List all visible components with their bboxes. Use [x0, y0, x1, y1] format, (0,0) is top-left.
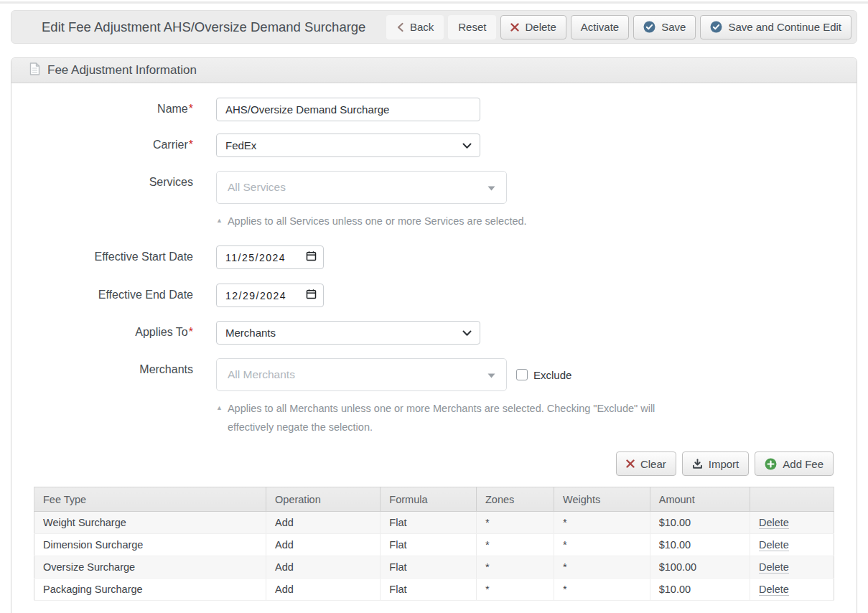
table-row: Packaging Surcharge Add Flat * * $10.00 … [34, 579, 834, 601]
import-button[interactable]: Import [682, 451, 750, 476]
delete-button[interactable]: Delete [500, 15, 566, 39]
applies-to-select[interactable]: Merchants [216, 321, 480, 345]
table-row: Oversize Surcharge Add Flat * * $100.00 … [34, 556, 834, 579]
merchants-multiselect[interactable]: All Merchants [216, 358, 507, 391]
weights-cell: * [554, 556, 650, 579]
chevron-down-icon [462, 139, 472, 151]
weights-cell: * [554, 534, 650, 556]
calendar-icon[interactable] [306, 251, 317, 264]
start-date-input[interactable]: 11/25/2024 [216, 245, 324, 269]
end-date-label: Effective End Date [11, 284, 193, 301]
name-input[interactable] [216, 98, 480, 121]
add-fee-button[interactable]: Add Fee [755, 451, 834, 476]
end-date-value: 12/29/2024 [225, 290, 286, 301]
name-label: Name* [11, 98, 193, 116]
carrier-label: Carrier* [11, 134, 193, 151]
fee-type-cell: Weight Surcharge [34, 512, 266, 534]
form-row-carrier: Carrier* FedEx [11, 134, 857, 157]
exclude-checkbox-group[interactable]: Exclude [516, 369, 571, 381]
formula-cell: Flat [381, 512, 477, 534]
col-operation: Operation [266, 487, 381, 512]
form-row-name: Name* [11, 98, 857, 121]
col-weights: Weights [554, 487, 650, 512]
services-multiselect[interactable]: All Services [216, 171, 507, 204]
table-row: Weight Surcharge Add Flat * * $10.00 Del… [34, 512, 834, 534]
col-zones: Zones [477, 487, 554, 512]
delete-row-link[interactable]: Delete [759, 539, 789, 551]
services-hint: ▲ Applies to all Services unless one or … [216, 212, 527, 230]
clear-label: Clear [640, 458, 666, 470]
carrier-select[interactable]: FedEx [216, 134, 480, 157]
plus-circle-icon [765, 458, 777, 470]
page-title: Edit Fee Adjustment AHS/Oversize Demand … [42, 19, 365, 35]
formula-cell: Flat [381, 579, 477, 601]
weights-cell: * [554, 512, 650, 534]
panel-header: Fee Adjustment Information [11, 58, 857, 83]
x-icon [510, 23, 519, 32]
form-row-start-date: Effective Start Date 11/25/2024 [11, 245, 857, 269]
delete-cell: Delete [750, 556, 834, 579]
operation-cell: Add [266, 556, 381, 579]
zones-cell: * [477, 534, 554, 556]
activate-button[interactable]: Activate [571, 15, 629, 39]
applies-to-label: Applies To* [11, 321, 193, 339]
operation-cell: Add [266, 534, 381, 556]
required-marker: * [189, 103, 193, 115]
delete-cell: Delete [750, 534, 834, 556]
reset-button[interactable]: Reset [448, 15, 496, 39]
table-header-row: Fee Type Operation Formula Zones Weights… [34, 487, 834, 512]
exclude-checkbox[interactable] [516, 369, 528, 380]
activate-label: Activate [581, 21, 619, 33]
applies-to-value: Merchants [225, 327, 276, 339]
amount-cell: $100.00 [650, 556, 750, 579]
col-amount: Amount [650, 487, 750, 512]
services-label: Services [11, 171, 193, 189]
delete-cell: Delete [750, 579, 834, 601]
delete-row-link[interactable]: Delete [759, 584, 789, 596]
back-button[interactable]: Back [386, 15, 444, 39]
clear-button[interactable]: Clear [616, 451, 676, 476]
merchants-hint: ▲ Applies to all Merchants unless one or… [216, 399, 665, 436]
panel-body: Name* Carrier* FedEx Services [11, 83, 857, 613]
triangle-up-icon: ▲ [216, 212, 223, 230]
weights-cell: * [554, 579, 650, 601]
form-row-services: Services All Services ▲ Applies to all S… [11, 171, 857, 230]
table-row: Dimension Surcharge Add Flat * * $10.00 … [34, 534, 834, 556]
merchants-placeholder: All Merchants [228, 368, 295, 381]
merchants-label: Merchants [11, 358, 193, 376]
top-divider [0, 1, 868, 4]
import-label: Import [709, 458, 739, 470]
calendar-icon[interactable] [306, 289, 317, 302]
save-and-continue-button[interactable]: Save and Continue Edit [700, 15, 851, 39]
triangle-down-icon [487, 181, 495, 194]
operation-cell: Add [266, 579, 381, 601]
amount-cell: $10.00 [650, 534, 750, 556]
back-label: Back [410, 21, 434, 33]
col-formula: Formula [381, 487, 477, 512]
zones-cell: * [477, 512, 554, 534]
carrier-value: FedEx [225, 139, 256, 151]
form-row-applies-to: Applies To* Merchants [11, 321, 857, 345]
fee-adjustment-panel: Fee Adjustment Information Name* Carrier… [11, 57, 857, 613]
formula-cell: Flat [381, 534, 477, 556]
zones-cell: * [477, 556, 554, 579]
save-label: Save [661, 21, 686, 33]
check-circle-icon [643, 21, 655, 33]
check-circle-icon [710, 21, 722, 33]
end-date-input[interactable]: 12/29/2024 [216, 284, 324, 307]
col-fee-type: Fee Type [34, 487, 266, 512]
fee-type-cell: Oversize Surcharge [34, 556, 266, 579]
required-marker: * [189, 139, 193, 151]
start-date-value: 11/25/2024 [225, 252, 286, 263]
form-row-end-date: Effective End Date 12/29/2024 [11, 284, 857, 307]
save-and-continue-label: Save and Continue Edit [728, 21, 841, 33]
page-header: Edit Fee Adjustment AHS/Oversize Demand … [11, 10, 857, 44]
delete-row-link[interactable]: Delete [759, 517, 789, 529]
x-icon [626, 459, 635, 468]
delete-cell: Delete [750, 512, 834, 534]
delete-row-link[interactable]: Delete [759, 561, 789, 574]
amount-cell: $10.00 [650, 579, 750, 601]
zones-cell: * [477, 579, 554, 601]
save-button[interactable]: Save [633, 15, 696, 39]
exclude-label: Exclude [533, 369, 571, 381]
